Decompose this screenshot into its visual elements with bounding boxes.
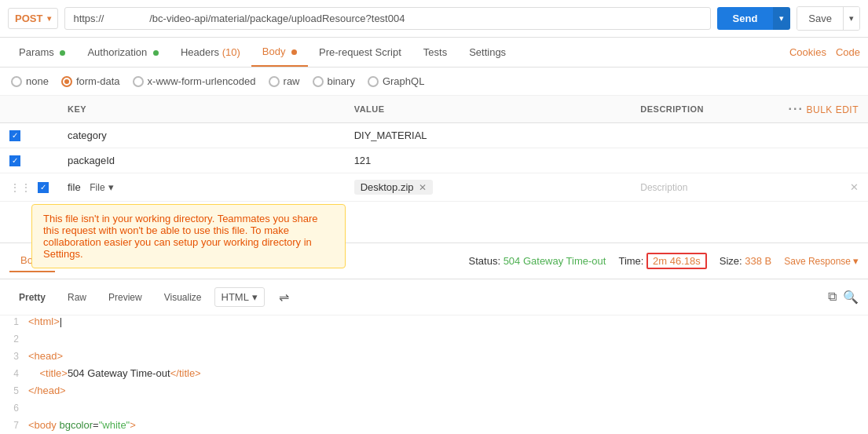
- auth-dot: [153, 50, 159, 56]
- time-label: Time: 2m 46.18s: [618, 255, 706, 267]
- nav-right-actions: Cookies Code: [789, 46, 860, 58]
- radio-raw-dot: [269, 76, 280, 87]
- radio-form-data[interactable]: form-data: [61, 75, 120, 87]
- tab-params[interactable]: Params: [8, 38, 76, 66]
- save-response-button[interactable]: Save Response ▾: [784, 255, 859, 267]
- code-line: 2: [0, 333, 868, 350]
- radio-none-dot: [11, 76, 22, 87]
- send-button[interactable]: Send: [717, 7, 774, 30]
- status-label: Status: 504 Gateway Time-out: [469, 255, 606, 267]
- response-status: Status: 504 Gateway Time-out Time: 2m 46…: [469, 255, 859, 267]
- save-button[interactable]: Save: [797, 7, 843, 30]
- method-chevron-icon: ▾: [47, 14, 51, 23]
- description-placeholder: Description: [640, 182, 687, 193]
- row1-desc-cell[interactable]: [631, 123, 745, 148]
- radio-urlencoded-dot: [133, 76, 144, 87]
- tab-body[interactable]: Body: [251, 38, 308, 67]
- table-row: ⋮⋮ file File ▾ Desktop.zip ✕: [0, 173, 868, 202]
- row1-key-cell[interactable]: category: [58, 123, 345, 148]
- row2-value-cell[interactable]: 121: [345, 148, 632, 173]
- send-dropdown-button[interactable]: ▾: [773, 7, 790, 30]
- save-dropdown-button[interactable]: ▾: [843, 7, 859, 30]
- radio-urlencoded[interactable]: x-www-form-urlencoded: [133, 75, 256, 87]
- file-type-dropdown[interactable]: File ▾: [90, 181, 113, 193]
- drag-handle-icon: ⋮⋮: [9, 181, 31, 194]
- code-line: 5 </head>: [0, 385, 868, 402]
- table-row: packageId 121: [0, 148, 868, 173]
- code-line: 6: [0, 402, 868, 419]
- view-tab-pretty[interactable]: Pretty: [9, 288, 55, 307]
- kv-table: KEY VALUE DESCRIPTION ··· Bulk Edit cate…: [0, 96, 868, 202]
- more-options-icon[interactable]: ···: [789, 102, 804, 115]
- row2-desc-cell[interactable]: [631, 148, 745, 173]
- tab-tests[interactable]: Tests: [412, 38, 458, 66]
- row3-key-cell[interactable]: file File ▾: [58, 173, 345, 202]
- params-dot: [60, 50, 65, 56]
- row2-checkbox[interactable]: [9, 155, 20, 166]
- row2-key-cell[interactable]: packageId: [58, 148, 345, 173]
- th-key: KEY: [58, 96, 345, 123]
- nav-tabs: Params Authorization Headers (10) Body P…: [0, 38, 868, 67]
- url-input[interactable]: [64, 7, 710, 30]
- radio-none[interactable]: none: [11, 75, 49, 87]
- th-value: VALUE: [345, 96, 632, 123]
- format-label: HTML: [222, 291, 249, 303]
- row1-check-cell: [0, 123, 58, 148]
- method-select[interactable]: POST ▾: [8, 8, 58, 29]
- radio-binary-dot: [313, 76, 324, 87]
- view-tabs: Pretty Raw Preview Visualize HTML ▾ ⇌ ⧉ …: [0, 279, 868, 315]
- view-tab-preview[interactable]: Preview: [99, 288, 152, 307]
- code-actions: ⧉ 🔍: [828, 290, 859, 305]
- tab-authorization[interactable]: Authorization: [76, 38, 170, 66]
- search-icon[interactable]: 🔍: [843, 290, 859, 305]
- format-chevron-icon: ▾: [252, 291, 258, 303]
- file-tag: Desktop.zip ✕: [354, 180, 433, 195]
- save-button-group: Save ▾: [797, 6, 860, 31]
- tab-settings[interactable]: Settings: [458, 38, 517, 66]
- row3-action-cell: ✕: [745, 173, 868, 202]
- time-value: 2m 46.18s: [646, 253, 707, 269]
- row1-checkbox[interactable]: [9, 130, 20, 141]
- bulk-edit-button[interactable]: Bulk Edit: [806, 104, 859, 115]
- row3-value-cell: Desktop.zip ✕: [345, 173, 632, 202]
- file-type-chevron-icon: ▾: [108, 181, 114, 193]
- file-remove-button[interactable]: ✕: [419, 182, 427, 193]
- format-dropdown[interactable]: HTML ▾: [214, 287, 265, 307]
- row2-action-cell: [745, 148, 868, 173]
- body-dot: [291, 49, 297, 55]
- tab-pre-request[interactable]: Pre-request Script: [308, 38, 412, 66]
- th-checkbox: [0, 96, 58, 123]
- row3-desc-cell[interactable]: Description: [631, 173, 745, 202]
- radio-graphql[interactable]: GraphQL: [368, 75, 424, 87]
- tab-headers[interactable]: Headers (10): [170, 38, 251, 66]
- table-row: category DIY_MATERIAL: [0, 123, 868, 148]
- code-line: 3 <head>: [0, 350, 868, 367]
- warning-tooltip: This file isn't in your working director…: [31, 204, 346, 268]
- radio-graphql-dot: [368, 76, 379, 87]
- size-value: 338 B: [745, 255, 771, 267]
- send-button-group: Send ▾: [717, 7, 791, 30]
- code-line: 7 <body bgcolor="white">: [0, 419, 868, 434]
- code-line: 1 <html>|: [0, 315, 868, 333]
- row3-checkbox[interactable]: [38, 182, 49, 193]
- code-area[interactable]: 1 <html>| 2 3 <head> 4 <title>504 Gatewa…: [0, 315, 868, 434]
- top-bar: POST ▾ Send ▾ Save ▾: [0, 0, 868, 38]
- row1-value-cell[interactable]: DIY_MATERIAL: [345, 123, 632, 148]
- row3-close-icon[interactable]: ✕: [850, 181, 859, 193]
- save-response-chevron-icon: ▾: [853, 255, 859, 267]
- radio-binary[interactable]: binary: [313, 75, 355, 87]
- code-link[interactable]: Code: [836, 46, 860, 58]
- view-tab-raw[interactable]: Raw: [58, 288, 96, 307]
- cookies-link[interactable]: Cookies: [789, 46, 826, 58]
- method-label: POST: [15, 13, 42, 24]
- view-tab-visualize[interactable]: Visualize: [155, 288, 211, 307]
- copy-icon[interactable]: ⧉: [828, 290, 837, 305]
- radio-form-data-dot: [61, 76, 72, 87]
- wrap-button[interactable]: ⇌: [273, 286, 295, 308]
- code-line: 4 <title>504 Gateway Time-out</title>: [0, 367, 868, 385]
- radio-raw[interactable]: raw: [269, 75, 300, 87]
- row2-check-cell: [0, 148, 58, 173]
- warning-text: This file isn't in your working director…: [43, 213, 318, 260]
- size-label: Size: 338 B: [720, 255, 772, 267]
- th-description: DESCRIPTION: [631, 96, 745, 123]
